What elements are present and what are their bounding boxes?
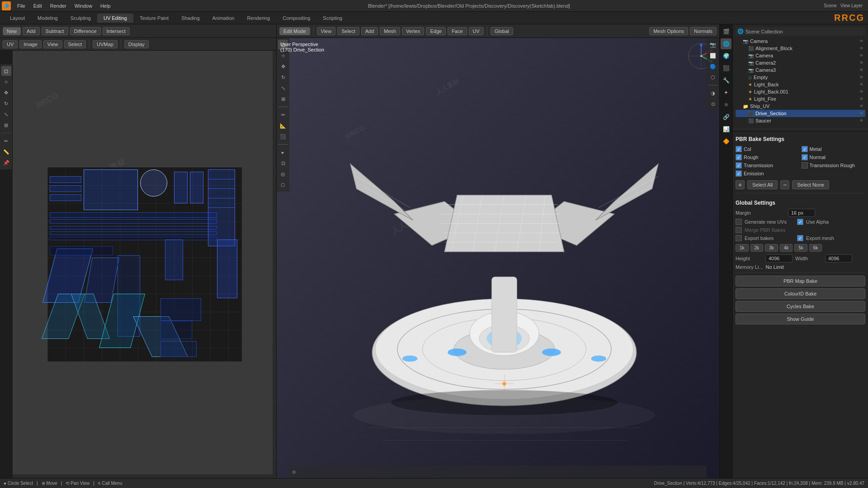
margin-input[interactable] <box>788 209 815 217</box>
collection-light-back[interactable]: ☀ Light_Back 👁 <box>736 81 865 88</box>
collection-camera-2[interactable]: 📷 Camera 👁 <box>736 52 865 59</box>
viewport-transform-icon[interactable]: ⊞ <box>278 94 288 104</box>
merge-pbr-checkbox[interactable] <box>736 227 742 233</box>
minus-btn[interactable]: − <box>780 180 789 189</box>
uv-image-btn[interactable]: Image <box>19 40 42 48</box>
prop-render-icon[interactable]: 🎬 <box>721 26 731 37</box>
collection-light-fire[interactable]: ☀ Light_Fire 👁 <box>736 95 865 103</box>
uv-annotate-icon[interactable]: ✏ <box>1 136 11 146</box>
height-input[interactable] <box>765 254 793 263</box>
uv-difference-btn[interactable]: Difference <box>70 27 101 35</box>
mesh-options-btn[interactable]: Mesh Options <box>649 27 688 35</box>
colour-id-bake-btn[interactable]: ColourID Bake <box>736 288 865 299</box>
uv-cursor-icon[interactable]: ⊹ <box>1 77 11 87</box>
viewport-proportional-icon[interactable]: ◎ <box>278 169 288 179</box>
prop-constraints-icon[interactable]: 🔗 <box>721 112 731 122</box>
prop-object-icon[interactable]: ⬛ <box>721 63 731 74</box>
viewport-select-btn[interactable]: Select <box>337 27 359 35</box>
viewport-render-icon[interactable]: ⬜ <box>708 51 718 61</box>
viewport-uv-btn[interactable]: UV <box>469 27 484 35</box>
viewport-cage-icon[interactable]: ⬡ <box>278 180 288 190</box>
uv-pin-icon[interactable]: 📌 <box>1 158 11 168</box>
viewport-edge-btn[interactable]: Edge <box>426 27 446 35</box>
collection-empty[interactable]: ◇ Empty 👁 <box>736 74 865 81</box>
prop-modifier-icon[interactable]: 🔧 <box>721 75 731 86</box>
tab-uv-editing[interactable]: UV Editing <box>97 14 133 23</box>
uv-add-btn[interactable]: Add <box>23 27 40 35</box>
viewport-scale-icon[interactable]: ⤡ <box>278 83 288 93</box>
viewport-face-btn[interactable]: Face <box>448 27 467 35</box>
menu-help[interactable]: Help <box>97 2 114 9</box>
size-2k-btn[interactable]: 2k <box>750 244 764 252</box>
viewport-move-icon[interactable]: ✥ <box>278 61 288 71</box>
viewport-camera-icon[interactable]: 📷 <box>708 40 718 50</box>
prop-scene-icon[interactable]: 🌐 <box>721 38 731 49</box>
prop-material-icon[interactable]: 🔶 <box>721 136 731 147</box>
tab-compositing[interactable]: Compositing <box>276 14 316 23</box>
uv-transform-icon[interactable]: ⊞ <box>1 120 11 130</box>
size-1k-btn[interactable]: 1k <box>736 244 749 252</box>
prop-world-icon[interactable]: 🌍 <box>721 51 731 61</box>
viewport-material-icon[interactable]: 🔵 <box>708 61 718 71</box>
tab-animation[interactable]: Animation <box>206 14 241 23</box>
size-5k-btn[interactable]: 5k <box>794 244 807 252</box>
plus-btn[interactable]: + <box>736 180 745 189</box>
use-alpha-checkbox[interactable]: ✓ <box>797 219 803 225</box>
uv-rotate-icon[interactable]: ↻ <box>1 99 11 108</box>
uv-new-btn[interactable]: New <box>3 27 21 35</box>
size-4k-btn[interactable]: 4k <box>780 244 793 252</box>
cycles-bake-btn[interactable]: Cycles Bake <box>736 301 865 312</box>
uv-scrollbar-horizontal[interactable] <box>13 474 276 478</box>
uv-measure-icon[interactable]: 📏 <box>1 147 11 157</box>
uv-scale-icon[interactable]: ⤡ <box>1 109 11 119</box>
viewport-global-btn[interactable]: Global <box>491 27 513 35</box>
uv-move-icon[interactable]: ✥ <box>1 88 11 98</box>
edit-mode-btn[interactable]: Edit Mode <box>279 27 310 35</box>
pbr-col-checkbox[interactable]: ✓ <box>736 146 742 152</box>
normals-btn[interactable]: Normals <box>690 27 717 35</box>
tab-shading[interactable]: Shading <box>175 14 206 23</box>
show-guide-btn[interactable]: Show Guide <box>736 314 865 324</box>
collection-camera3[interactable]: 📷 Camera3 👁 <box>736 66 865 74</box>
uv-uvmap-btn[interactable]: UVMap <box>93 40 118 48</box>
export-bakes-checkbox[interactable] <box>736 235 742 241</box>
tab-modeling[interactable]: Modeling <box>31 14 64 23</box>
collection-saucer[interactable]: ⬛ Saucer 👁 <box>736 117 865 124</box>
pbr-metal-checkbox[interactable]: ✓ <box>802 146 808 152</box>
collection-camera2[interactable]: 📷 Camera2 👁 <box>736 59 865 66</box>
viewport-vertex-btn[interactable]: Vertex <box>402 27 424 35</box>
collection-alignment[interactable]: ⬛ Alignment_Block 👁 <box>736 45 865 52</box>
pbr-transmission-checkbox[interactable]: ✓ <box>736 162 742 169</box>
export-mesh-checkbox[interactable]: ✓ <box>797 235 803 241</box>
select-none-btn[interactable]: Select None <box>792 180 829 189</box>
viewport-mesh-btn[interactable]: Mesh <box>380 27 400 35</box>
pbr-emission-checkbox[interactable]: ✓ <box>736 170 742 177</box>
uv-display-btn[interactable]: Display <box>124 40 149 48</box>
tab-layout[interactable]: Layout <box>4 14 31 23</box>
tab-sculpting[interactable]: Sculpting <box>64 14 97 23</box>
viewport-3d-canvas[interactable]: RRCG 人人素材 人人素材 ◻ ⊹ ✥ ↻ ⤡ ⊞ ✏ 📐 ⬛ ▸ ⊡ ◎ ⬡ <box>277 38 719 478</box>
size-3k-btn[interactable]: 3k <box>765 244 778 252</box>
tab-texture-paint[interactable]: Texture Paint <box>133 14 175 23</box>
menu-file[interactable]: File <box>14 2 29 9</box>
prop-data-icon[interactable]: 📊 <box>721 124 731 135</box>
view-layer-selector[interactable]: View Layer <box>840 3 863 8</box>
uv-uv-btn[interactable]: UV <box>3 40 18 48</box>
uv-subtract-btn[interactable]: Subtract <box>42 27 68 35</box>
prop-particles-icon[interactable]: ✦ <box>721 87 731 98</box>
pbr-normal-checkbox[interactable]: ✓ <box>802 154 808 160</box>
viewport-annotate-icon[interactable]: ✏ <box>278 110 288 120</box>
viewport-more-icon[interactable]: ▸ <box>278 147 288 157</box>
tab-rendering[interactable]: Rendering <box>241 14 276 23</box>
viewport-measure-icon[interactable]: 📐 <box>278 121 288 131</box>
viewport-wire-icon[interactable]: ⬡ <box>708 72 718 82</box>
width-input[interactable] <box>825 254 852 263</box>
uv-intersect-btn[interactable]: Intersect <box>103 27 130 35</box>
prop-physics-icon[interactable]: ⚛ <box>721 99 731 110</box>
collection-drive-section[interactable]: ⬛ Drive_Section 👁 <box>736 110 865 117</box>
uv-canvas[interactable]: RRCG 人人素材 RRCG <box>13 51 276 478</box>
generate-uvs-checkbox[interactable] <box>736 219 742 225</box>
viewport-snap-icon[interactable]: ⊡ <box>278 158 288 168</box>
menu-edit[interactable]: Edit <box>30 2 46 9</box>
viewport-xray-icon[interactable]: ◑ <box>708 88 718 98</box>
